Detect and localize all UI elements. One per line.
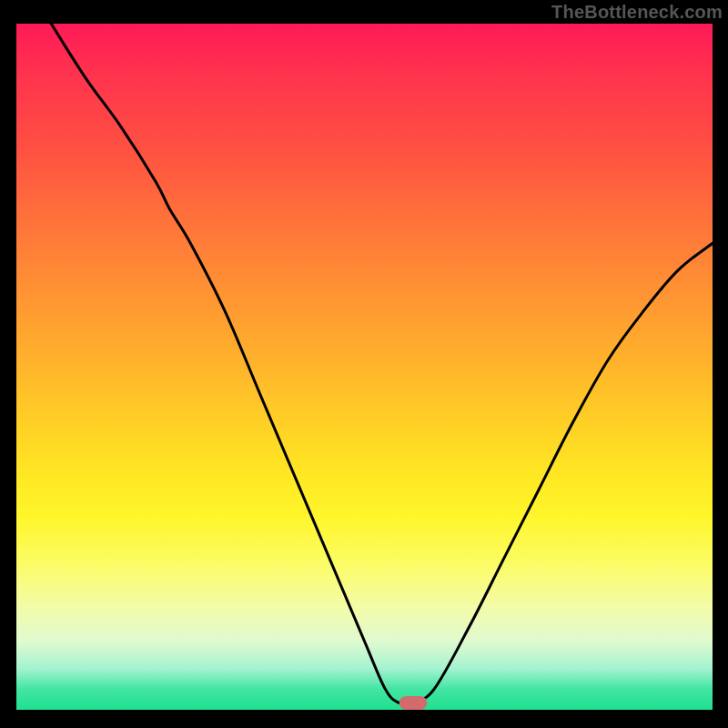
right-curve xyxy=(413,243,713,703)
chart-svg xyxy=(16,24,713,710)
left-curve xyxy=(51,24,413,704)
minimum-marker xyxy=(399,696,428,710)
watermark-text: TheBottleneck.com xyxy=(551,2,723,23)
plot-area xyxy=(16,24,713,710)
chart-container: TheBottleneck.com xyxy=(0,0,728,728)
